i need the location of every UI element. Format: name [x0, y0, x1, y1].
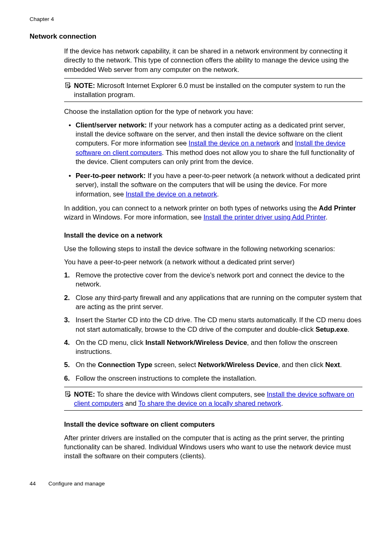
s5-b1: Connection Type: [98, 361, 152, 368]
page-number: 44: [30, 480, 47, 488]
addprinter-mid: wizard in Windows. For more information,…: [64, 213, 203, 221]
step-number: 3.: [64, 315, 76, 324]
page-footer: 44 Configure and manage: [30, 480, 362, 488]
addprinter-bold: Add Printer: [319, 204, 356, 212]
bullet-1-lead: Client/server network:: [76, 121, 147, 129]
s4-pre: On the CD menu, click: [76, 339, 145, 346]
note2-post: .: [281, 400, 283, 407]
addprinter-pre: In addition, you can connect to a networ…: [64, 204, 319, 212]
link-install-network-1[interactable]: Install the device on a network: [189, 139, 280, 147]
section-title: Network connection: [30, 32, 362, 42]
s3-post: .: [348, 326, 350, 333]
bullet-2-lead: Peer-to-peer network:: [76, 172, 146, 179]
choose-paragraph: Choose the installation option for the t…: [64, 107, 362, 116]
note1-text: Microsoft Internet Explorer 6.0 must be …: [74, 82, 345, 98]
s5-end: .: [340, 361, 342, 368]
note-label: NOTE:: [74, 390, 95, 398]
bullet-2: Peer-to-peer network: If you have a peer…: [76, 171, 362, 199]
link-install-network-2[interactable]: Install the device on a network: [126, 190, 217, 198]
step-1: Remove the protective cover from the dev…: [76, 270, 362, 289]
s3-bold: Setup.exe: [316, 326, 348, 333]
bullet-marker: •: [64, 120, 76, 129]
note-label: NOTE:: [74, 82, 95, 89]
bullet-2-post: .: [217, 190, 219, 198]
step-number: 5.: [64, 360, 76, 369]
s5-b2: Network/Wireless Device: [198, 361, 278, 368]
s5-mid: screen, select: [152, 361, 198, 368]
s4-bold: Install Network/Wireless Device: [145, 339, 247, 346]
step-3: Insert the Starter CD into the CD drive.…: [76, 315, 362, 334]
subheading-install-network: Install the device on a network: [64, 231, 362, 240]
s5-post: , and then click: [278, 361, 325, 368]
s5-pre: On the: [76, 361, 98, 368]
link-add-printer[interactable]: Install the printer driver using Add Pri…: [203, 213, 325, 221]
step-2: Close any third-party firewall and any a…: [76, 293, 362, 312]
step-6: Follow the onscreen instructions to comp…: [76, 374, 362, 383]
step-5: On the Connection Type screen, select Ne…: [76, 360, 362, 369]
bullet-1: Client/server network: If your network h…: [76, 120, 362, 166]
link-share-locally[interactable]: To share the device on a locally shared …: [138, 400, 281, 407]
subheading-install-client: Install the device software on client co…: [64, 420, 362, 429]
step-number: 2.: [64, 293, 76, 302]
step-4: On the CD menu, click Install Network/Wi…: [76, 338, 362, 356]
addprinter-post: .: [325, 213, 327, 221]
s5-b3: Next: [325, 361, 340, 368]
note-box-2: NOTE: To share the device with Windows c…: [64, 387, 362, 411]
install-network-p1: Use the following steps to install the d…: [64, 244, 362, 253]
bullet-marker: •: [64, 171, 76, 180]
add-printer-paragraph: In addition, you can connect to a networ…: [64, 203, 362, 222]
note-icon: [64, 390, 71, 400]
note-box-1: NOTE: Microsoft Internet Explorer 6.0 mu…: [64, 78, 362, 102]
install-network-p2: You have a peer-to-peer network (a netwo…: [64, 257, 362, 266]
note2-pre: To share the device with Windows client …: [97, 390, 267, 398]
note-icon: [64, 82, 71, 91]
step-number: 6.: [64, 374, 76, 383]
install-client-p1: After printer drivers are installed on t…: [64, 433, 362, 461]
bullet-1-mid1: and: [280, 139, 295, 147]
note2-mid: and: [123, 400, 138, 407]
step-number: 1.: [64, 270, 76, 280]
chapter-header: Chapter 4: [30, 16, 362, 23]
footer-title: Configure and manage: [48, 481, 105, 487]
intro-paragraph: If the device has network capability, it…: [64, 46, 362, 74]
step-number: 4.: [64, 338, 76, 347]
